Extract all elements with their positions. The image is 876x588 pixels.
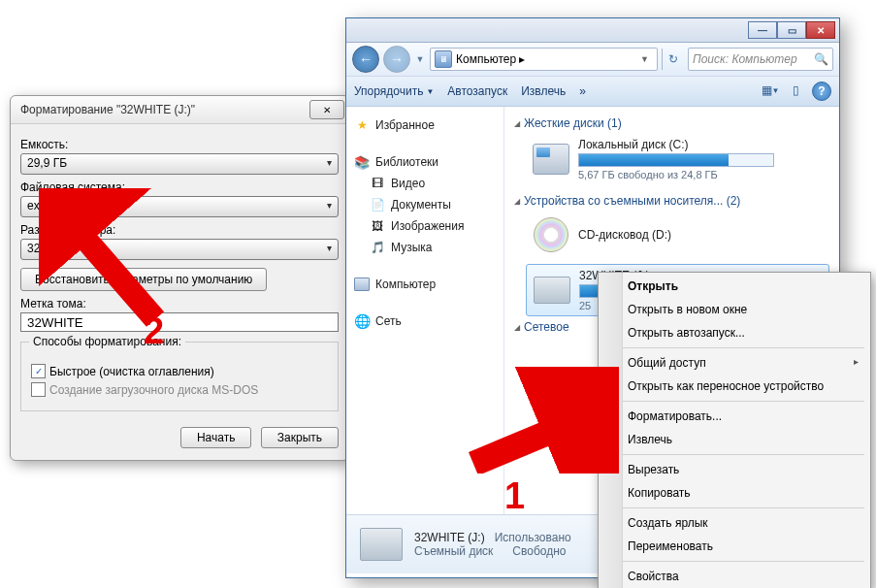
drive-dvd-d[interactable]: CD-дисковод (D:): [514, 212, 829, 264]
close-button-label: Закрыть: [277, 431, 322, 444]
filesystem-value: exFAT: [27, 199, 60, 212]
explorer-titlebar: — ▭ ✕: [346, 18, 839, 43]
ctx-portable-device[interactable]: Открыть как переносное устройство: [600, 375, 868, 398]
sidebar-item-music[interactable]: 🎵 Музыка: [352, 237, 498, 258]
collapse-icon: ◢: [514, 323, 520, 332]
drive-local-c[interactable]: Локальный диск (C:) 5,67 ГБ свободно из …: [514, 134, 829, 190]
minimize-button[interactable]: —: [748, 21, 777, 39]
status-type: Съемный диск: [414, 544, 493, 558]
start-button[interactable]: Начать: [180, 427, 252, 448]
eject-toolbar-button[interactable]: Извлечь: [521, 84, 566, 98]
sidebar-item-computer[interactable]: Компьютер: [352, 274, 498, 295]
preview-pane-button[interactable]: ▯: [787, 82, 804, 99]
ctx-open-new-window[interactable]: Открыть в новом окне: [600, 298, 868, 321]
capacity-label: Емкость:: [20, 138, 339, 151]
drive-name: Локальный диск (C:): [578, 138, 829, 151]
cluster-size-select[interactable]: 32 КБ: [20, 239, 339, 260]
organize-button[interactable]: Упорядочить ▼: [354, 84, 434, 98]
filesystem-label: Файловая система:: [20, 180, 339, 194]
search-input[interactable]: Поиск: Компьютер 🔍: [688, 48, 833, 71]
collapse-icon: ◢: [514, 197, 520, 206]
address-text: Компьютер ▸: [456, 52, 633, 66]
ctx-format[interactable]: Форматировать...: [600, 405, 868, 428]
ctx-cut[interactable]: Вырезать: [600, 458, 868, 481]
section-removable[interactable]: ◢ Устройства со съемными носителя... (2): [514, 190, 829, 212]
nav-history-dropdown[interactable]: ▼: [414, 47, 426, 72]
ctx-rename[interactable]: Переименовать: [600, 535, 868, 558]
sidebar-item-documents[interactable]: 📄 Документы: [352, 194, 498, 215]
removable-section-label: Устройства со съемными носителя... (2): [524, 194, 740, 208]
status-drive-name: 32WHITE (J:): [414, 531, 485, 544]
format-dialog: Форматирование "32WHITE (J:)" ✕ Емкость:…: [10, 95, 349, 461]
pictures-icon: 🖼: [370, 218, 385, 234]
context-menu: Открыть Открыть в новом окне Открыть авт…: [598, 272, 871, 588]
network-label: Сеть: [375, 314, 402, 328]
close-window-button[interactable]: ✕: [806, 21, 835, 39]
back-button[interactable]: ←: [352, 46, 379, 73]
format-titlebar: Форматирование "32WHITE (J:)" ✕: [11, 96, 348, 124]
ctx-create-shortcut[interactable]: Создать ярлык: [600, 511, 868, 535]
ctx-sharing[interactable]: Общий доступ: [600, 351, 868, 375]
quick-format-label: Быстрое (очистка оглавления): [49, 365, 214, 378]
removable-drive-icon: [534, 277, 570, 304]
quick-format-checkbox[interactable]: ✓: [31, 364, 46, 378]
ctx-open[interactable]: Открыть: [600, 275, 868, 298]
format-title: Форматирование "32WHITE (J:)": [20, 103, 309, 116]
libraries-label: Библиотеки: [375, 155, 438, 169]
annotation-number-1: 1: [504, 475, 525, 517]
filesystem-select[interactable]: exFAT: [20, 196, 339, 217]
hdd-section-label: Жесткие диски (1): [524, 116, 622, 130]
ctx-properties[interactable]: Свойства: [600, 565, 868, 588]
autorun-button[interactable]: Автозапуск: [447, 84, 507, 98]
libraries-icon: 📚: [354, 154, 370, 170]
ctx-eject[interactable]: Извлечь: [600, 428, 868, 451]
usage-bar: [578, 153, 774, 167]
close-icon[interactable]: ✕: [309, 100, 344, 119]
ctx-copy[interactable]: Копировать: [600, 481, 868, 505]
navigation-sidebar: ★ Избранное 📚 Библиотеки 🎞 Видео 📄 Докум…: [346, 107, 504, 514]
section-hard-drives[interactable]: ◢ Жесткие диски (1): [514, 113, 829, 134]
drive-name: CD-дисковод (D:): [578, 228, 829, 242]
sidebar-item-network[interactable]: 🌐 Сеть: [352, 310, 498, 332]
search-icon: 🔍: [814, 52, 828, 66]
volume-label-input[interactable]: [20, 312, 339, 332]
video-label: Видео: [391, 177, 425, 190]
view-tiles-button[interactable]: ▦▼: [762, 82, 779, 99]
toolbar-overflow-icon[interactable]: »: [579, 84, 586, 98]
help-button[interactable]: ?: [812, 82, 831, 101]
search-placeholder: Поиск: Компьютер: [693, 52, 797, 66]
netloc-section-label: Сетевое: [524, 320, 569, 334]
refresh-button[interactable]: ↻: [662, 49, 684, 70]
forward-button[interactable]: →: [383, 46, 410, 73]
msdos-boot-checkbox: [31, 382, 46, 397]
restore-defaults-button[interactable]: Восстановить параметры по умолчанию: [20, 268, 267, 291]
documents-icon: 📄: [370, 197, 385, 212]
annotation-number-2: 2: [144, 310, 164, 352]
msdos-boot-label: Создание загрузочного диска MS-DOS: [49, 383, 258, 397]
documents-label: Документы: [391, 198, 451, 212]
command-bar: Упорядочить ▼ Автозапуск Извлечь » ▦▼ ▯ …: [346, 77, 839, 107]
eject-label: Извлечь: [521, 84, 566, 98]
autorun-label: Автозапуск: [447, 84, 507, 98]
music-icon: 🎵: [370, 240, 385, 255]
computer-icon: 🖥: [435, 50, 452, 68]
removable-drive-icon: [360, 528, 403, 561]
address-dropdown-icon[interactable]: ▼: [636, 54, 653, 64]
format-methods-group: Способы форматирования: ✓ Быстрое (очист…: [20, 342, 339, 411]
sidebar-item-video[interactable]: 🎞 Видео: [352, 173, 498, 194]
restore-defaults-label: Восстановить параметры по умолчанию: [35, 273, 252, 286]
computer-label: Компьютер: [375, 278, 436, 291]
sidebar-item-favorites[interactable]: ★ Избранное: [352, 114, 498, 136]
close-button[interactable]: Закрыть: [261, 427, 339, 448]
address-bar[interactable]: 🖥 Компьютер ▸ ▼: [430, 48, 658, 71]
maximize-button[interactable]: ▭: [777, 21, 806, 39]
sidebar-item-libraries[interactable]: 📚 Библиотеки: [352, 151, 498, 173]
volume-label-label: Метка тома:: [20, 297, 339, 310]
nav-bar: ← → ▼ 🖥 Компьютер ▸ ▼ ↻ Поиск: Компьютер…: [346, 43, 839, 77]
ctx-open-autorun[interactable]: Открыть автозапуск...: [600, 321, 868, 344]
capacity-select[interactable]: 29,9 ГБ: [20, 153, 339, 175]
hdd-icon: [533, 144, 569, 175]
sidebar-item-pictures[interactable]: 🖼 Изображения: [352, 215, 498, 237]
video-icon: 🎞: [370, 176, 385, 191]
network-icon: 🌐: [354, 313, 370, 329]
